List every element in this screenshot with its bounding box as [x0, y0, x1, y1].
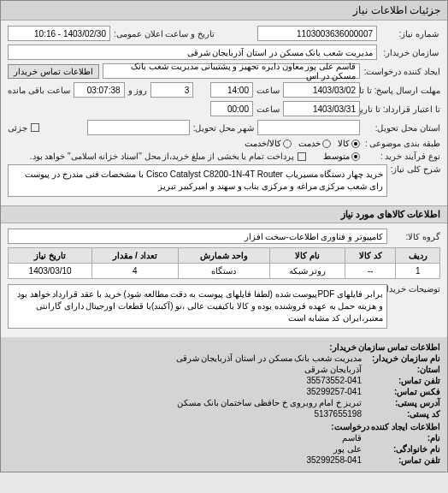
th-1: کد کالا	[345, 248, 395, 264]
validity-time: 00:00	[210, 101, 253, 116]
buyer-notes-value: برابر فایلهای PDFپیوست شده (لطفا فایلهای…	[8, 284, 387, 329]
th-4: تعداد / مقدار	[92, 248, 178, 264]
purchase-note: پرداخت تمام یا بخشی از مبلغ خرید،از محل …	[30, 151, 294, 161]
th-3: واحد شمارش	[178, 248, 270, 264]
fax-label: فکس تماس:	[365, 387, 440, 396]
titlebar: جزئیات اطلاعات نیاز	[1, 1, 447, 21]
requester-value: قاسم علی پور معاون دایره تجهیز و پشتیبان…	[103, 63, 360, 79]
th-2: نام کالا	[270, 248, 345, 264]
org-value: مدیریت شعب بانک مسکن در استان آذربایجان …	[176, 353, 362, 363]
address-label: آدرس پستی:	[365, 398, 440, 407]
budget-radio-2[interactable]	[322, 140, 331, 148]
table-row: 1 -- روتر شبکه دستگاه 4 1403/03/10	[9, 264, 440, 279]
window: جزئیات اطلاعات نیاز شماره نیاز: 11030036…	[0, 0, 448, 472]
table-header-row: ردیف کد کالا نام کالا واحد شمارش تعداد /…	[9, 248, 440, 264]
postal-value: 5137655198	[314, 409, 362, 419]
part-label: جزئی	[8, 123, 27, 133]
budget-type-label: طبقه بندی موضوعی :	[363, 139, 440, 148]
buyer-value: مدیریت شعب بانک مسکن در استان آذربایجان …	[8, 45, 377, 60]
group-value: کامپیوتر و فناوری اطلاعات-سخت افزار	[8, 229, 387, 244]
validity-date: 1403/03/31	[283, 101, 360, 116]
budget-radio-group: کالا خدمت کالا/خدمت	[245, 139, 360, 148]
desc-label: شرح کلی نیاز:	[391, 164, 440, 174]
city-field[interactable]	[87, 120, 190, 135]
deadline-date: 1403/03/02	[283, 82, 360, 98]
province-label: استان:	[365, 365, 440, 374]
budget-opt3: کالا/خدمت	[245, 139, 281, 148]
purchase-type-label: نوع فرآیند خرید :	[363, 151, 440, 161]
phone-label: تلفن تماس:	[365, 376, 440, 385]
state-label: استان محل تحویل:	[363, 123, 440, 133]
deadline-time: 14:00	[210, 82, 253, 98]
name-value: قاسم	[342, 433, 362, 443]
budget-radio-1[interactable]	[351, 140, 360, 148]
days-remain-label: روز و	[128, 86, 148, 95]
contact-block: اطلاعات تماس سازمان خریدار: نام سازمان خ…	[1, 337, 447, 472]
time-remain-label: ساعت باقی مانده	[8, 86, 70, 95]
desc-value: خرید چهار دستگاه مسیریاب Cisco Catalyst …	[8, 164, 387, 197]
cphone-value: 35299258-041	[306, 455, 362, 465]
budget-opt2: خدمت	[298, 139, 321, 148]
pubdate-label: تاریخ و ساعت اعلان عمومی:	[114, 29, 215, 39]
province-value: آذربایجان شرقی	[304, 365, 362, 374]
td-3: دستگاه	[178, 264, 270, 279]
form-section: شماره نیاز: 1103003636000007 تاریخ و ساع…	[1, 21, 447, 205]
buyer-notes-label: توضیحات خریدار:	[391, 284, 440, 294]
group-label: گروه کالا:	[391, 232, 440, 241]
fax-value: 35299257-041	[306, 387, 362, 396]
ref-value: 1103003636000007	[257, 26, 377, 41]
td-2: روتر شبکه	[270, 264, 345, 279]
address-value: تبریز خ امام روبروی خ حافظی ساختمان بانک…	[177, 398, 362, 407]
budget-radio-3[interactable]	[283, 140, 292, 148]
purchase-note-checkbox[interactable]	[298, 152, 306, 161]
td-4: 4	[92, 264, 178, 279]
th-0: ردیف	[396, 248, 440, 264]
purchase-opt1: متوسط	[323, 151, 350, 161]
state-field[interactable]	[257, 120, 360, 135]
budget-opt1: کالا	[338, 139, 350, 148]
pubdate-value: 1403/02/30 - 10:16	[8, 26, 110, 41]
td-1: --	[345, 264, 395, 279]
deadline-label: مهلت ارسال پاسخ: تا تاریخ	[363, 86, 440, 95]
city-label: شهر محل تحویل:	[193, 123, 254, 133]
creator-header: اطلاعات ایجاد کننده درخواست:	[331, 422, 440, 431]
contact-header: اطلاعات تماس سازمان خریدار:	[329, 342, 440, 352]
td-0: 1	[396, 264, 440, 279]
goods-table: ردیف کد کالا نام کالا واحد شمارش تعداد /…	[8, 247, 440, 279]
ref-label: شماره نیاز:	[380, 29, 440, 39]
purchase-radio-group: متوسط	[323, 151, 360, 161]
time-label-1: ساعت	[256, 86, 280, 95]
family-label: نام خانوادگی:	[365, 444, 440, 454]
cphone-label: تلفن تماس:	[365, 455, 440, 465]
postal-label: کد پستی:	[365, 409, 440, 419]
th-5: تاریخ نیاز	[9, 248, 92, 264]
part-checkbox[interactable]	[31, 123, 39, 132]
contact-button[interactable]: اطلاعات تماس خریدار	[8, 64, 99, 79]
name-label: نام:	[365, 433, 440, 443]
time-label-2: ساعت	[256, 104, 280, 114]
days-remain: 3	[150, 82, 193, 98]
goods-section-header: اطلاعات کالاهای مورد نیاز	[1, 205, 447, 223]
family-value: علی پور	[333, 444, 362, 454]
time-remain: 03:07:38	[74, 82, 125, 98]
requester-label: ایجاد کننده درخواست:	[363, 67, 440, 76]
validity-label: تا اعتبار قرارداد: تا تاریخ	[363, 104, 440, 114]
td-5: 1403/03/10	[9, 264, 92, 279]
org-label: نام سازمان خریدار:	[365, 353, 440, 363]
purchase-radio-1[interactable]	[351, 152, 360, 161]
phone-value: 35573552-041	[306, 376, 362, 385]
buyer-label: سازمان خریدار:	[380, 48, 440, 57]
